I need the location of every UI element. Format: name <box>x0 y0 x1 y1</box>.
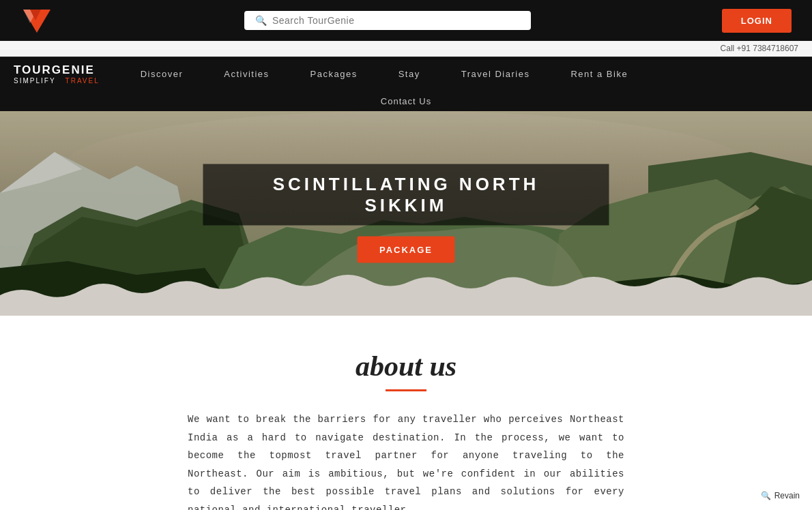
call-strip: Call +91 7384718607 <box>0 41 812 57</box>
nav-packages[interactable]: Packages <box>290 69 378 79</box>
nav-bar: TOURGENIE SIMPLIFY TRAVEL Discover Activ… <box>0 57 812 91</box>
search-input[interactable] <box>272 15 520 26</box>
brand-text: TOURGENIE SIMPLIFY TRAVEL <box>14 63 100 85</box>
revain-icon: 🔍 <box>761 491 771 500</box>
top-bar: 🔍 LOGIN <box>0 0 812 41</box>
brand-tagline: SIMPLIFY TRAVEL <box>14 77 100 85</box>
tourgenie-logo <box>20 4 53 37</box>
revain-badge: 🔍 Revain <box>755 488 805 503</box>
about-divider <box>386 389 426 391</box>
nav-stay[interactable]: Stay <box>378 69 441 79</box>
nav-links: Discover Activities Packages Stay Travel… <box>120 69 798 79</box>
revain-label: Revain <box>774 491 800 500</box>
search-bar[interactable]: 🔍 <box>244 11 531 30</box>
logo-area <box>20 4 53 37</box>
brand-travel: TRAVEL <box>66 77 100 85</box>
about-title: about us <box>188 350 624 382</box>
brand-simplify: SIMPLIFY <box>14 77 55 85</box>
hero-title-box: SCINTILLATING NORTH SIKKIM <box>203 164 609 226</box>
about-body: We want to break the barriers for any tr… <box>188 410 624 510</box>
contact-us-link[interactable]: Contact Us <box>381 96 431 106</box>
nav-travel-diaries[interactable]: Travel Diaries <box>441 69 551 79</box>
hero-package-button[interactable]: PACKAGE <box>358 237 454 263</box>
hero-content: SCINTILLATING NORTH SIKKIM PACKAGE <box>203 164 609 263</box>
login-button[interactable]: LOGIN <box>722 9 792 33</box>
brand-name: TOURGENIE <box>14 63 100 77</box>
nav-rent-a-bike[interactable]: Rent a Bike <box>550 69 648 79</box>
search-icon: 🔍 <box>255 15 267 26</box>
nav-activities[interactable]: Activities <box>203 69 289 79</box>
about-section: about us We want to break the barriers f… <box>174 316 638 510</box>
call-info: Call +91 7384718607 <box>721 44 798 53</box>
hero-title: SCINTILLATING NORTH SIKKIM <box>231 174 582 216</box>
contact-us-row: Contact Us <box>0 91 812 111</box>
hero-section: SCINTILLATING NORTH SIKKIM PACKAGE <box>0 111 812 316</box>
nav-discover[interactable]: Discover <box>120 69 204 79</box>
